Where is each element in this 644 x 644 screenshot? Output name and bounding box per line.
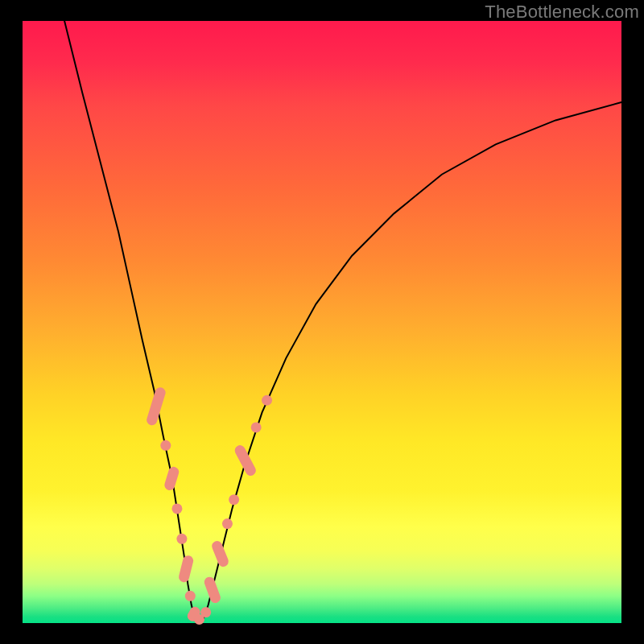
watermark-text: TheBottleneck.com <box>485 2 639 23</box>
chart-stage: TheBottleneck.com <box>0 0 644 644</box>
plot-gradient-background <box>23 21 621 623</box>
